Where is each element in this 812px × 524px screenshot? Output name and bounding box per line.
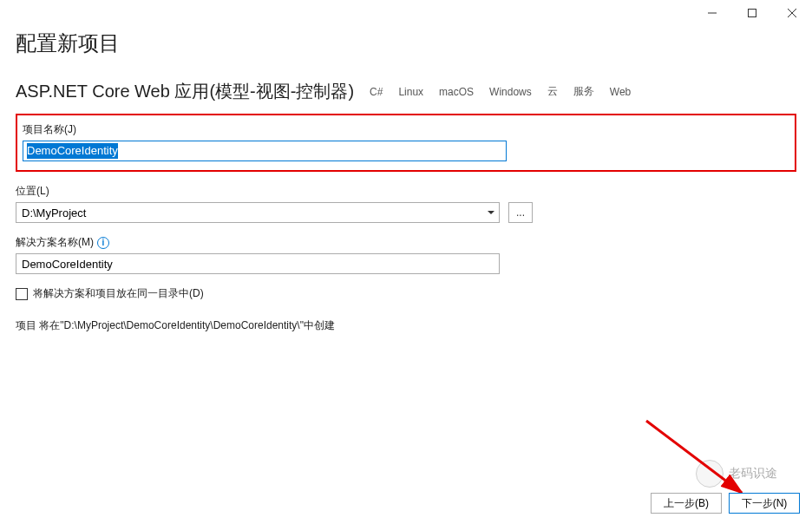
project-name-label: 项目名称(J) <box>23 122 786 137</box>
solution-name-label: 解决方案名称(M) i <box>16 235 796 250</box>
browse-button[interactable]: ... <box>508 202 533 223</box>
svg-rect-1 <box>749 10 756 17</box>
template-name: ASP.NET Core Web 应用(模型-视图-控制器) <box>16 80 354 103</box>
tag: 云 <box>547 82 558 101</box>
tag: C# <box>370 84 383 100</box>
watermark: 老码识途 <box>696 460 777 488</box>
tag: 服务 <box>573 82 594 101</box>
same-directory-label: 将解决方案和项目放在同一目录中(D) <box>33 286 204 301</box>
dropdown-arrow-icon[interactable] <box>483 203 499 222</box>
window-titlebar <box>0 0 812 26</box>
footer-buttons: 上一步(B) 下一步(N) <box>651 493 800 514</box>
tag: Web <box>610 84 631 100</box>
back-button[interactable]: 上一步(B) <box>651 493 722 514</box>
solution-name-input[interactable] <box>16 253 500 274</box>
watermark-avatar <box>696 460 724 488</box>
project-name-input[interactable]: DemoCoreIdentity <box>23 141 507 161</box>
solution-name-label-text: 解决方案名称(M) <box>16 235 94 250</box>
tag: Linux <box>398 84 423 100</box>
info-icon[interactable]: i <box>97 237 109 249</box>
close-button[interactable] <box>772 0 812 26</box>
location-value: D:\MyProject <box>16 206 483 219</box>
watermark-text: 老码识途 <box>729 466 777 481</box>
location-label: 位置(L) <box>16 184 796 199</box>
page-title: 配置新项目 <box>16 29 796 57</box>
next-button[interactable]: 下一步(N) <box>729 493 800 514</box>
template-header: ASP.NET Core Web 应用(模型-视图-控制器) C# Linux … <box>16 80 796 103</box>
project-name-highlight: 项目名称(J) DemoCoreIdentity <box>16 114 796 172</box>
tag: Windows <box>489 84 532 100</box>
location-combo[interactable]: D:\MyProject <box>16 202 500 223</box>
project-path-info: 项目 将在"D:\MyProject\DemoCoreIdentity\Demo… <box>16 318 796 333</box>
maximize-button[interactable] <box>732 0 772 26</box>
same-directory-checkbox[interactable] <box>16 288 28 300</box>
project-name-value: DemoCoreIdentity <box>27 143 118 159</box>
minimize-button[interactable] <box>692 0 732 26</box>
tag: macOS <box>439 84 474 100</box>
